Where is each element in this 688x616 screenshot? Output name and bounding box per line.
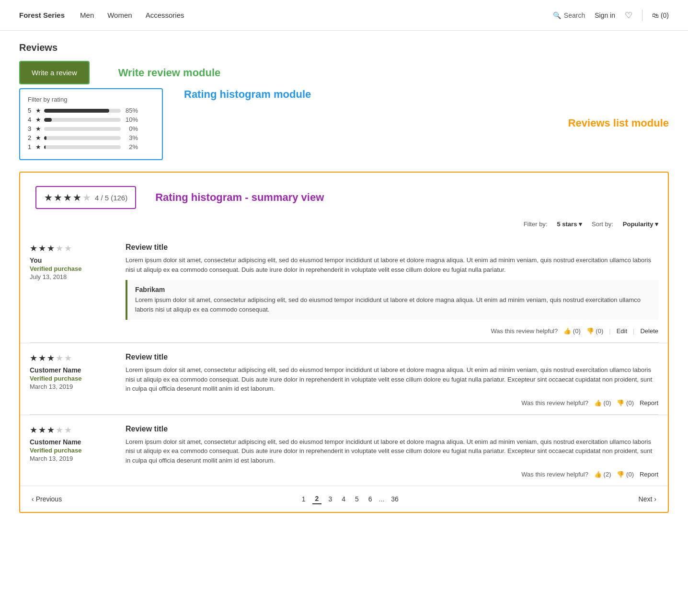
main-content: Reviews Write a review Write review modu… bbox=[0, 31, 688, 524]
filled-star-icon: ★ bbox=[47, 353, 55, 363]
review-stars: ★★★★★ bbox=[30, 243, 116, 254]
empty-star-icon: ★ bbox=[64, 353, 72, 363]
prev-button[interactable]: ‹ Previous bbox=[32, 495, 62, 503]
page-num-4[interactable]: 4 bbox=[339, 494, 348, 504]
histogram-bar-fill bbox=[44, 109, 109, 113]
page-num-1[interactable]: 1 bbox=[299, 494, 309, 504]
filter-select[interactable]: 5 stars ▾ bbox=[557, 221, 582, 228]
star-num: 5 bbox=[28, 107, 33, 114]
thumbs-up-button[interactable]: 👍 (2) bbox=[594, 471, 611, 478]
thumbs-down-button[interactable]: 👎 (0) bbox=[617, 471, 634, 478]
review-left: ★★★★★ You Verified purchase July 13, 201… bbox=[30, 243, 116, 342]
nav-link-accessories[interactable]: Accessories bbox=[146, 11, 184, 19]
prev-label: Previous bbox=[36, 495, 62, 503]
star-num: 3 bbox=[28, 125, 33, 132]
chevron-left-icon: ‹ bbox=[32, 495, 34, 503]
histogram-row[interactable]: 1 ★ 2% bbox=[28, 143, 154, 151]
summary-score: 4 / 5 bbox=[95, 194, 109, 202]
empty-star-icon: ★ bbox=[64, 243, 72, 254]
review-item: ★★★★★ Customer Name Verified purchase Ma… bbox=[20, 415, 668, 486]
signin-button[interactable]: Sign in bbox=[595, 12, 615, 19]
page-num-6[interactable]: 6 bbox=[366, 494, 375, 504]
page-num-2[interactable]: 2 bbox=[312, 494, 322, 504]
edit-button[interactable]: Edit bbox=[617, 327, 627, 335]
reviewer-name: You bbox=[30, 256, 116, 264]
cart-button[interactable]: 🛍 (0) bbox=[652, 12, 669, 19]
review-item: ★★★★★ You Verified purchase July 13, 201… bbox=[20, 233, 668, 342]
rating-histogram-module-label: Rating histogram module bbox=[184, 88, 311, 101]
review-stars: ★★★★★ bbox=[30, 425, 116, 435]
review-item: ★★★★★ Customer Name Verified purchase Ma… bbox=[20, 343, 668, 414]
rating-histogram-module: Filter by rating 5 ★ 85% 4 ★ 10% 3 ★ 0% … bbox=[19, 88, 163, 160]
search-icon: 🔍 bbox=[553, 12, 561, 19]
report-button[interactable]: Report bbox=[640, 399, 658, 407]
nav-link-men[interactable]: Men bbox=[80, 11, 94, 19]
histogram-pct: 85% bbox=[124, 107, 138, 114]
review-left: ★★★★★ Customer Name Verified purchase Ma… bbox=[30, 425, 116, 486]
page-num-3[interactable]: 3 bbox=[325, 494, 335, 504]
top-modules-row: Write a review Write review module bbox=[19, 61, 669, 84]
thumbs-down-button[interactable]: 👎 (0) bbox=[586, 327, 604, 335]
review-right: Review title Lorem ipsum dolor sit amet,… bbox=[116, 425, 658, 486]
summary-count: (126) bbox=[111, 194, 127, 202]
helpful-text: Was this review helpful? bbox=[491, 327, 558, 335]
histogram-bar-fill bbox=[44, 145, 46, 149]
filled-star-icon: ★ bbox=[73, 192, 81, 203]
delete-button[interactable]: Delete bbox=[640, 327, 658, 335]
nav-link-women[interactable]: Women bbox=[107, 11, 132, 19]
thumbs-up-button[interactable]: 👍 (0) bbox=[594, 399, 611, 407]
write-review-module-label: Write review module bbox=[118, 67, 221, 79]
write-review-button[interactable]: Write a review bbox=[20, 62, 89, 83]
wishlist-icon[interactable]: ♡ bbox=[625, 10, 632, 21]
page-num-5[interactable]: 5 bbox=[352, 494, 362, 504]
fabrikam-name: Fabrikam bbox=[135, 286, 651, 293]
brand-logo: Forest Series bbox=[19, 11, 65, 19]
write-review-module: Write a review bbox=[19, 61, 90, 84]
summary-view: ★★★★★ 4 / 5 (126) bbox=[35, 186, 136, 209]
filled-star-icon: ★ bbox=[30, 353, 37, 363]
star-icon: ★ bbox=[35, 143, 41, 151]
action-divider: | bbox=[633, 327, 634, 335]
next-button[interactable]: Next › bbox=[639, 495, 656, 503]
review-actions: Was this review helpful? 👍 (0) 👎 (0) Rep… bbox=[126, 399, 658, 414]
review-actions: Was this review helpful? 👍 (0) 👎 (0) | E… bbox=[126, 327, 658, 342]
review-left: ★★★★★ Customer Name Verified purchase Ma… bbox=[30, 353, 116, 414]
histogram-bar-fill bbox=[44, 136, 46, 140]
review-body: Lorem ipsum dolor sit amet, consectetur … bbox=[126, 437, 658, 465]
next-label: Next bbox=[639, 495, 653, 503]
star-icon: ★ bbox=[35, 116, 41, 123]
review-right: Review title Lorem ipsum dolor sit amet,… bbox=[116, 243, 658, 342]
nav-divider bbox=[642, 10, 642, 21]
search-label: Search bbox=[564, 12, 585, 19]
pagination-pages: 123456...36 bbox=[299, 494, 401, 504]
histogram-row[interactable]: 4 ★ 10% bbox=[28, 116, 154, 123]
pagination: ‹ Previous 123456...36 Next › bbox=[20, 486, 668, 512]
review-title: Review title bbox=[126, 353, 658, 361]
histogram-bar-bg bbox=[44, 109, 121, 113]
search-button[interactable]: 🔍 Search bbox=[553, 12, 585, 19]
histogram-row[interactable]: 2 ★ 3% bbox=[28, 134, 154, 141]
summary-stars: ★★★★★ bbox=[44, 192, 91, 203]
histogram-bar-bg bbox=[44, 136, 121, 140]
histogram-row[interactable]: 3 ★ 0% bbox=[28, 125, 154, 132]
report-button[interactable]: Report bbox=[640, 471, 658, 478]
star-icon: ★ bbox=[35, 134, 41, 141]
histogram-bar-bg bbox=[44, 118, 121, 122]
histogram-bar-bg bbox=[44, 145, 121, 149]
nav-links: Men Women Accessories bbox=[80, 11, 184, 19]
empty-star-icon: ★ bbox=[64, 425, 72, 435]
thumbs-up-button[interactable]: 👍 (0) bbox=[563, 327, 581, 335]
review-date: March 13, 2019 bbox=[30, 383, 116, 390]
histogram-row[interactable]: 5 ★ 85% bbox=[28, 107, 154, 114]
histogram-bar-fill bbox=[44, 118, 52, 122]
navigation: Forest Series Men Women Accessories 🔍 Se… bbox=[0, 0, 688, 31]
fabrikam-body: Lorem ipsum dolor sit amet, consectetur … bbox=[135, 295, 651, 314]
reviews-list-module-label: Reviews list module bbox=[568, 117, 669, 129]
filled-star-icon: ★ bbox=[38, 353, 46, 363]
page-num-36[interactable]: 36 bbox=[388, 494, 401, 504]
thumbs-down-button[interactable]: 👎 (0) bbox=[617, 399, 634, 407]
helpful-text: Was this review helpful? bbox=[521, 399, 588, 407]
sort-select[interactable]: Popularity ▾ bbox=[623, 221, 658, 228]
empty-star-icon: ★ bbox=[56, 353, 63, 363]
filter-label: Filter by: bbox=[524, 221, 548, 228]
